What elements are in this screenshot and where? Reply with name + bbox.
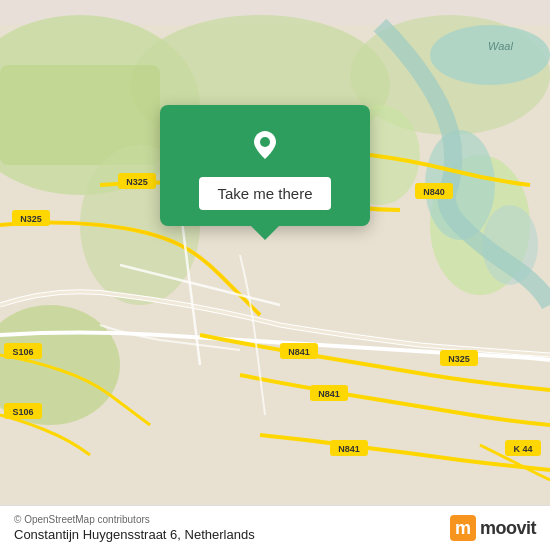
svg-text:N325: N325 (126, 177, 148, 187)
svg-text:K 44: K 44 (513, 444, 532, 454)
address-text: Constantijn Huygensstraat 6, Netherlands (14, 527, 255, 542)
moovit-wordmark: moovit (480, 518, 536, 539)
svg-text:N325: N325 (448, 354, 470, 364)
svg-text:N841: N841 (318, 389, 340, 399)
svg-text:N840: N840 (423, 187, 445, 197)
location-pin-icon (243, 123, 287, 167)
svg-text:Waal: Waal (488, 40, 513, 52)
bottom-left: © OpenStreetMap contributors Constantijn… (14, 514, 255, 542)
svg-point-34 (260, 137, 270, 147)
svg-text:S106: S106 (12, 407, 33, 417)
svg-text:N841: N841 (288, 347, 310, 357)
svg-point-9 (430, 25, 550, 85)
svg-text:N325: N325 (20, 214, 42, 224)
moovit-logo: m moovit (450, 515, 536, 541)
bottom-bar: © OpenStreetMap contributors Constantijn… (0, 505, 550, 550)
take-me-there-button[interactable]: Take me there (199, 177, 330, 210)
popup-card: Take me there (160, 105, 370, 226)
map-background: N325 N325 N840 N841 N841 N841 S106 S106 … (0, 0, 550, 550)
popup-arrow (251, 226, 279, 240)
svg-text:N841: N841 (338, 444, 360, 454)
map-container: N325 N325 N840 N841 N841 N841 S106 S106 … (0, 0, 550, 550)
moovit-m-icon: m (450, 515, 476, 541)
svg-text:S106: S106 (12, 347, 33, 357)
attribution-text: © OpenStreetMap contributors (14, 514, 255, 525)
